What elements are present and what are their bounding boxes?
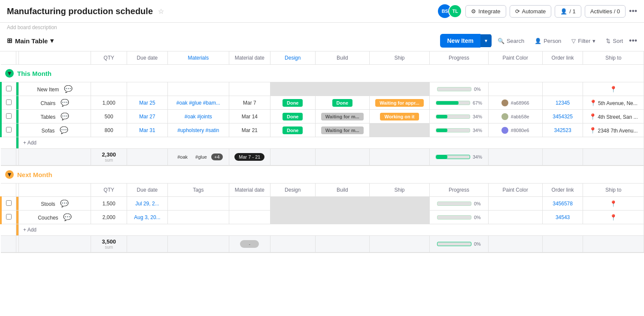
summary-design-cell bbox=[270, 236, 315, 253]
automate-button[interactable]: ⟳ Automate bbox=[510, 5, 552, 18]
ship-cell: Waiting for appr... bbox=[369, 96, 429, 110]
checkbox-cell[interactable] bbox=[1, 197, 16, 211]
row-checkbox[interactable] bbox=[6, 86, 12, 91]
comment-icon[interactable]: 💬 bbox=[61, 113, 69, 120]
order-link[interactable]: 34543 bbox=[556, 214, 570, 220]
materials-cell bbox=[167, 82, 229, 96]
toolbar-more-button[interactable]: ••• bbox=[629, 36, 637, 45]
row-name: Tables bbox=[41, 114, 56, 120]
add-cell[interactable]: + Add bbox=[19, 137, 644, 149]
tag-link[interactable]: #oak bbox=[176, 100, 188, 106]
table-row: Chairs 💬 1,000 Mar 25 #oak #glue #bam...… bbox=[1, 96, 644, 110]
group-toggle-button[interactable]: ▾ bbox=[5, 170, 14, 179]
add-label[interactable]: Add bbox=[27, 140, 36, 146]
summary-col-1 bbox=[1, 149, 16, 166]
summary-col-1 bbox=[1, 236, 16, 253]
tag-link[interactable]: #satin bbox=[206, 127, 219, 133]
row-checkbox[interactable] bbox=[6, 113, 12, 119]
avatar-tl: TL bbox=[448, 4, 462, 18]
progress-cell: 67% bbox=[430, 96, 489, 110]
group-toggle-button[interactable]: ▾ bbox=[5, 69, 14, 78]
due-date-cell: Mar 27 bbox=[127, 110, 168, 123]
checkbox-cell[interactable] bbox=[1, 211, 16, 224]
checkbox-cell[interactable] bbox=[1, 123, 16, 137]
main-table-button[interactable]: ⊞ Main Table ▾ bbox=[7, 37, 54, 45]
ship-cell-empty bbox=[369, 211, 429, 224]
add-row[interactable]: + Add bbox=[1, 224, 644, 236]
row-name: Stools bbox=[41, 201, 55, 207]
design-cell: Done bbox=[270, 96, 315, 110]
add-row[interactable]: + Add bbox=[1, 137, 644, 149]
build-cell-empty bbox=[315, 211, 369, 224]
tag-link[interactable]: #glue bbox=[189, 100, 201, 106]
row-checkbox[interactable] bbox=[6, 200, 12, 206]
order-link[interactable]: 12345 bbox=[556, 100, 570, 106]
new-item-main-button[interactable]: New Item bbox=[440, 34, 480, 48]
search-button[interactable]: 🔍 Search bbox=[493, 35, 529, 47]
group-header-row: ▾ This Month bbox=[1, 65, 644, 82]
materials-cell: #oak #joints bbox=[167, 110, 229, 123]
row-checkbox[interactable] bbox=[6, 99, 12, 105]
qty-cell: 500 bbox=[91, 110, 127, 123]
design-cell-empty bbox=[270, 197, 315, 211]
ship-cell-empty bbox=[369, 123, 429, 137]
main-table: QTY Due date Materials Material date Des… bbox=[0, 51, 644, 253]
table-body: ▾ This Month New Item 💬 0% bbox=[1, 65, 644, 253]
members-button[interactable]: 👤 / 1 bbox=[555, 5, 581, 18]
summary-ship-cell bbox=[369, 236, 429, 253]
row-name: Sofas bbox=[42, 128, 55, 134]
table-row: New Item 💬 0% 📍 bbox=[1, 82, 644, 96]
add-label[interactable]: Add bbox=[27, 227, 36, 233]
summary-order-cell bbox=[542, 236, 583, 253]
main-table-label: Main Table bbox=[15, 37, 48, 45]
comment-icon[interactable]: 💬 bbox=[60, 200, 69, 207]
order-link[interactable]: 3456578 bbox=[553, 201, 573, 207]
col-header-ship: Ship bbox=[369, 51, 429, 65]
group-label: This Month bbox=[17, 70, 52, 77]
checkbox-cell[interactable] bbox=[1, 110, 16, 123]
new-item-dropdown-button[interactable]: ▾ bbox=[480, 34, 492, 47]
order-link-cell bbox=[542, 82, 583, 96]
summary-name-cell bbox=[19, 149, 91, 166]
tag-link[interactable]: #oak bbox=[185, 114, 196, 120]
order-link[interactable]: 342523 bbox=[554, 127, 571, 133]
filter-button[interactable]: ▽ Filter ▾ bbox=[567, 35, 600, 47]
checkbox-cell[interactable] bbox=[1, 82, 16, 96]
sort-button[interactable]: ⇅ Sort bbox=[601, 35, 627, 47]
comment-icon[interactable]: 💬 bbox=[63, 214, 72, 221]
summary-order-cell bbox=[542, 149, 583, 166]
materials-cell: #oak #glue #bam... bbox=[167, 96, 229, 110]
row-name: Chairs bbox=[41, 100, 56, 106]
order-link[interactable]: 3454325 bbox=[553, 114, 573, 120]
integrate-button[interactable]: ⚙ Integrate bbox=[465, 5, 506, 18]
members-icon: 👤 bbox=[560, 8, 567, 15]
date-range-empty: - bbox=[240, 240, 259, 248]
checkbox-cell[interactable] bbox=[1, 96, 16, 110]
tag-link[interactable]: #bam... bbox=[203, 100, 220, 106]
integrate-icon: ⚙ bbox=[471, 8, 476, 15]
avatar-group: BS TL bbox=[438, 4, 462, 18]
tag-link[interactable]: #upholstery bbox=[177, 127, 204, 133]
activities-button[interactable]: Activities / 0 bbox=[585, 5, 626, 18]
add-cell[interactable]: + Add bbox=[19, 224, 644, 236]
design-cell-empty bbox=[270, 211, 315, 224]
col-header-build: Build bbox=[315, 51, 369, 65]
row-checkbox[interactable] bbox=[6, 127, 12, 132]
ship-to-cell-empty: 📍 bbox=[583, 82, 644, 96]
summary-matdate-cell: - bbox=[229, 236, 270, 253]
comment-icon[interactable]: 💬 bbox=[64, 85, 73, 93]
comment-icon[interactable]: 💬 bbox=[60, 126, 68, 134]
header-more-button[interactable]: ••• bbox=[629, 7, 637, 16]
person-filter-button[interactable]: 👤 Person bbox=[530, 35, 565, 47]
summary-row: 3,500 sum - 0% bbox=[1, 236, 644, 253]
summary-qty-cell: 2,300 sum bbox=[91, 149, 127, 166]
new-item-button[interactable]: New Item ▾ bbox=[440, 34, 491, 48]
table-row: Tables 💬 500 Mar 27 #oak #joints Mar 14 … bbox=[1, 110, 644, 123]
row-checkbox[interactable] bbox=[6, 214, 12, 220]
tag-link[interactable]: #joints bbox=[197, 114, 212, 120]
star-icon[interactable]: ☆ bbox=[158, 7, 164, 15]
comment-icon[interactable]: 💬 bbox=[61, 99, 69, 106]
paint-cell-empty bbox=[488, 211, 542, 224]
order-link-cell: 3456578 bbox=[542, 197, 583, 211]
summary-design-cell bbox=[270, 149, 315, 166]
